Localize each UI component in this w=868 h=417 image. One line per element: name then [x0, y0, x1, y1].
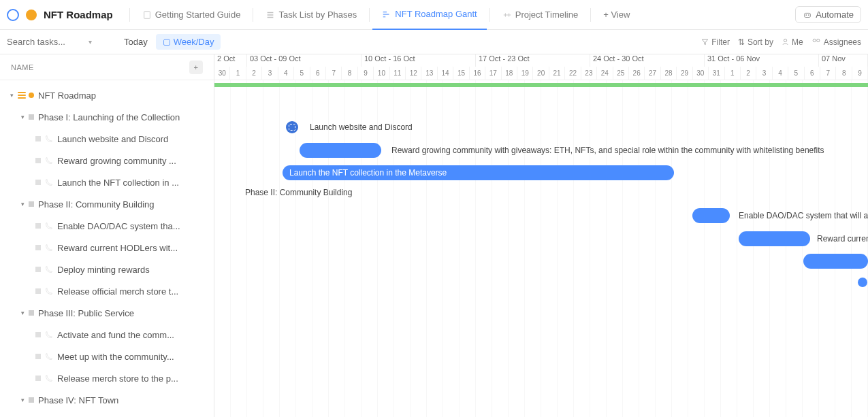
tab-label: + View	[603, 10, 630, 20]
day-header: 6	[805, 67, 820, 80]
day-header: 8	[836, 67, 852, 80]
gantt-icon	[382, 10, 391, 19]
task-icon	[45, 331, 53, 339]
tab-label: Getting Started Guide	[155, 10, 241, 20]
app-logo-icon[interactable]	[7, 9, 19, 21]
calendar-icon	[163, 38, 171, 46]
tab-add-view[interactable]: + View	[594, 0, 639, 30]
sortby-label: Sort by	[748, 37, 773, 47]
tab-task-list[interactable]: Task List by Phases	[256, 0, 366, 30]
week-header: 03 Oct - 09 Oct	[247, 54, 361, 67]
task-row[interactable]: Reward growing community ...	[0, 150, 214, 171]
week-header: 07 Nov	[819, 54, 868, 67]
day-header: 30	[214, 67, 230, 80]
search-input[interactable]	[7, 37, 89, 47]
day-header: 24	[597, 67, 613, 80]
tab-label: Task List by Phases	[278, 10, 357, 20]
task-bar[interactable]	[803, 254, 868, 269]
day-header: 7	[326, 67, 342, 80]
day-header: 4	[278, 67, 294, 80]
tab-timeline[interactable]: Project Timeline	[493, 0, 588, 30]
task-icon	[45, 244, 53, 252]
tab-label: NFT Roadmap Gantt	[395, 9, 477, 19]
task-icon	[45, 287, 53, 295]
day-header: 6	[310, 67, 326, 80]
task-row[interactable]: Meet up with the community...	[0, 346, 214, 367]
task-row[interactable]: Activate and fund the comm...	[0, 324, 214, 346]
weekday-toggle[interactable]: Week/Day	[156, 34, 221, 50]
task-label: Release official merch store t...	[57, 286, 178, 297]
sidebar: NAME + ▾NFT Roadmap▾Phase I: Launching o…	[0, 54, 214, 417]
task-icon	[45, 178, 53, 186]
day-header: 5	[294, 67, 310, 80]
phase-label: Phase I: Launching of the Collection	[38, 112, 180, 122]
phase-row[interactable]: ▾Phase III: Public Service	[0, 302, 214, 324]
task-label: Launch the NFT collection in ...	[57, 178, 179, 188]
phase-row[interactable]: ▾Phase IV: NFT Town	[0, 389, 214, 411]
week-header: 17 Oct - 23 Oct	[476, 54, 590, 67]
day-header: 5	[788, 67, 804, 80]
day-header: 20	[533, 67, 549, 80]
task-label: Reward current HODLers wit...	[57, 243, 178, 253]
task-row[interactable]: Reward current HODLers wit...	[0, 237, 214, 258]
task-label: Meet up with the community...	[57, 352, 174, 362]
week-header: 31 Oct - 06 Nov	[705, 54, 819, 67]
me-button[interactable]: Me	[782, 37, 803, 47]
phase-row[interactable]: ▾Phase II: Community Building	[0, 193, 214, 215]
svg-point-6	[813, 39, 816, 41]
task-icon	[45, 265, 53, 273]
filter-icon	[701, 38, 709, 46]
phase-row[interactable]: ▾Phase I: Launching of the Collection	[0, 106, 214, 128]
day-header: 31	[709, 67, 724, 80]
phase-label: Phase II: Community Building	[38, 199, 155, 210]
divider	[369, 8, 370, 22]
sortby-button[interactable]: ⇅ Sort by	[738, 37, 773, 47]
day-header: 29	[677, 67, 692, 80]
today-button[interactable]: Today	[124, 37, 148, 47]
svg-rect-4	[163, 39, 170, 45]
add-column-button[interactable]: +	[189, 61, 203, 74]
task-bar[interactable]	[858, 278, 867, 287]
tab-gantt[interactable]: NFT Roadmap Gantt	[372, 0, 486, 30]
task-row[interactable]: Enable DAO/DAC system tha...	[0, 215, 214, 237]
chevron-down-icon[interactable]: ▾	[89, 38, 92, 46]
task-row[interactable]: Deploy minting rewards	[0, 258, 214, 280]
users-icon	[811, 38, 821, 46]
svg-point-7	[816, 39, 819, 41]
task-bar[interactable]: Launch the NFT collection in the Metaver…	[283, 165, 674, 180]
list-icon	[266, 10, 275, 20]
day-header: 27	[645, 67, 660, 80]
task-label: Reward growing community ...	[57, 156, 176, 166]
task-tree: ▾NFT Roadmap▾Phase I: Launching of the C…	[0, 80, 214, 415]
project-title: NFT Roadmap	[44, 9, 113, 20]
milestone[interactable]	[286, 121, 298, 133]
svg-point-2	[806, 14, 807, 16]
gantt-body[interactable]: Launch website and DiscordReward growing…	[214, 80, 868, 417]
search-box[interactable]: ▾	[7, 37, 116, 47]
project-summary-bar[interactable]	[214, 83, 868, 87]
svg-rect-1	[805, 13, 811, 17]
svg-point-5	[784, 39, 786, 41]
day-header: 3	[756, 67, 772, 80]
day-header: 7	[820, 67, 836, 80]
task-row[interactable]: Release merch store to the p...	[0, 367, 214, 389]
assignees-button[interactable]: Assignees	[811, 37, 861, 47]
task-icon	[45, 156, 53, 165]
task-row[interactable]: Launch website and Discord	[0, 128, 214, 150]
task-bar[interactable]	[300, 143, 381, 158]
gantt-area[interactable]: 2 Oct03 Oct - 09 Oct10 Oct - 16 Oct17 Oc…	[214, 54, 868, 417]
filter-button[interactable]: Filter	[701, 37, 730, 47]
task-row[interactable]: Launch the NFT collection in ...	[0, 171, 214, 193]
svg-rect-0	[144, 11, 150, 18]
task-row[interactable]: Release official merch store t...	[0, 280, 214, 302]
task-bar[interactable]	[692, 208, 730, 223]
gantt-header: 2 Oct03 Oct - 09 Oct10 Oct - 16 Oct17 Oc…	[214, 54, 868, 80]
timeline-icon	[502, 10, 512, 20]
tree-root[interactable]: ▾NFT Roadmap	[0, 84, 214, 106]
phase-label: Phase IV: NFT Town	[38, 395, 118, 405]
task-bar[interactable]	[739, 231, 810, 246]
automate-button[interactable]: Automate	[795, 6, 861, 23]
day-header: 26	[629, 67, 645, 80]
day-header: 4	[773, 67, 788, 80]
tab-getting-started[interactable]: Getting Started Guide	[133, 0, 251, 30]
